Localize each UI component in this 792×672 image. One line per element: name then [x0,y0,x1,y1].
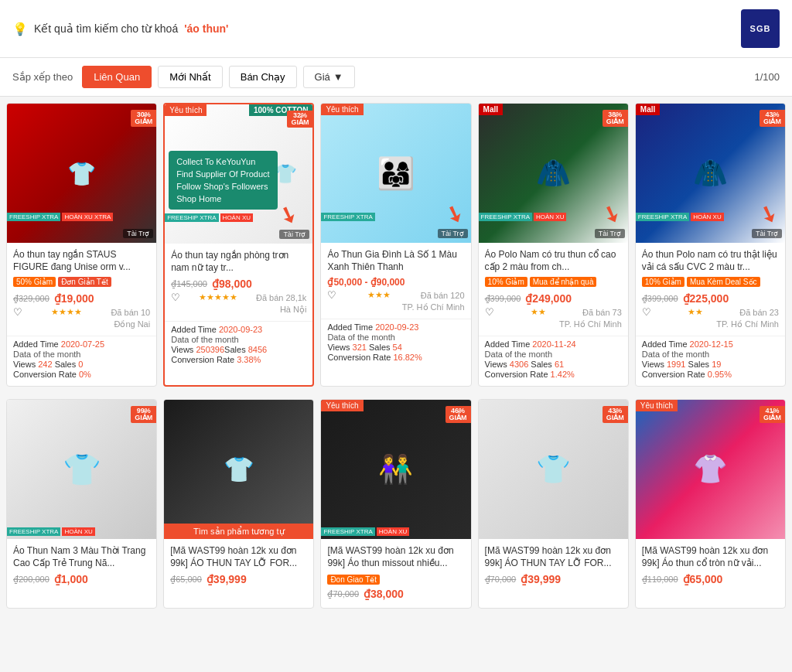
product-name-5: Áo thun Polo nam có tru thật liệu vải cá… [642,249,779,274]
products-grid-row2: 👕 99% GIẢM FREESHIP XTRA HOÀN XU Áo Thun… [0,393,792,615]
product-name-9: [Mã WAST99 hoàn 12k xu đơn 99k] ÁO THUN … [485,545,622,570]
tooltip-find-supplier[interactable]: Find Supplier Of Product [176,168,269,180]
promo-tag-4a: 10% Giảm [485,277,527,287]
price-current-10: ₫65,000 [683,573,723,585]
freeship-badge-4: FREESHIP XTRA [479,213,532,221]
product-card-2[interactable]: 👕👕👕👕👕 Yêu thích 100% COTTON 32% GIẢM FRE… [163,103,314,387]
price-current-2: ₫98,000 [212,278,252,290]
sort-btn-lienquan[interactable]: Liên Quan [82,66,152,88]
sort-bar: Sắp xếp theo Liên Quan Mới Nhất Bán Chạy… [0,58,792,97]
price-row-6: ₫200,000 ₫1,000 [13,573,150,585]
search-icon: 💡 [12,22,28,36]
price-current-9: ₫39,999 [521,573,561,585]
discount-badge-10: 41% GIẢM [760,406,785,423]
stars-sold-4: ♡ ★★ Đã bán 73 [485,306,622,318]
product-card-8[interactable]: 👫 Yêu thích 46% GIẢM FREESHIP XTRA HOÀN … [320,399,471,609]
sponsored-badge-5: Tài Trợ [752,229,782,238]
promo-tag-4b: Mua để nhận quà [530,277,597,287]
product-image-5: 🧥 Mall 43% GIẢM FREESHIP XTRA HOÀN XU Tà… [636,104,785,243]
stars-sold-3: ♡ ★★★ Đã bán 120 [327,289,464,301]
yeu-thich-badge-2: Yêu thích [165,104,207,116]
conv-rate-row-2: Conversion Rate 3.38% [171,355,306,364]
data-section-5: Added Time 2020-12-15 Data of the month … [636,336,785,386]
logo: SGB [741,9,780,48]
promo-tag-1b: Đơn Giản Tết [58,277,111,287]
sort-btn-banchay[interactable]: Bán Chạy [229,66,297,88]
price-original-9: ₫70,000 [485,575,517,585]
conv-rate-row-4: Conversion Rate 1.42% [485,370,622,379]
sort-btn-moinhat[interactable]: Mới Nhất [158,66,223,88]
stars-5: ★★ [688,307,703,317]
logo-text: SGB [750,24,771,33]
promo-tag-5b: Mua Kèm Deal Sốc [687,277,760,287]
hoan-xu-badge-2: HOÀN XU [220,213,253,222]
tooltip-shop-home[interactable]: Shop Home [176,193,269,205]
added-time-row-4: Added Time 2020-11-24 [485,339,622,349]
product-image-10: 👚 Yêu thích 41% GIẢM [636,400,785,539]
yeu-thich-badge-3: Yêu thích [321,104,363,115]
wishlist-icon-2[interactable]: ♡ [171,292,180,303]
added-time-row-5: Added Time 2020-12-15 [642,339,779,349]
tooltip-follow-shop[interactable]: Follow Shop's Followers [176,180,269,193]
product-name-3: Áo Thun Gia Đình Là Số 1 Màu Xanh Thiên … [327,249,464,274]
product-image-3: 👨‍👩‍👧 Yêu thích FREESHIP XTRA Tài Trợ ➘ [321,104,470,243]
product-image-7: 👕 Tìm sản phẩm tương tự [164,400,313,539]
product-info-7: [Mã WAST99 hoàn 12k xu đơn 99k] ÁO THUN … [164,539,313,593]
product-info-10: [Mã WAST99 hoàn 12k xu đơn 99k] Áo thun … [636,539,785,593]
hoan-xu-badge-1: HOÀN XU XTRA [62,213,113,221]
stars-sold-2: ♡ ★★★★★ Đã bán 28,1k [171,292,306,303]
product-image-1: 👕 30% GIẢM FREESHIP XTRA HOÀN XU XTRA Tà… [7,104,156,243]
price-original-4: ₫399,000 [485,294,521,304]
views-sales-row-3: Views 321 Sales 54 [327,343,464,352]
product-info-8: [Mã WAST99 hoàn 12k xu đơn 99k] Áo thun … [321,539,470,608]
product-card-10[interactable]: 👚 Yêu thích 41% GIẢM [Mã WAST99 hoàn 12k… [635,399,786,609]
data-section-3: Added Time 2020-09-23 Data of the month … [321,319,470,369]
discount-badge-6: 99% GIẢM [131,406,156,423]
added-time-row-3: Added Time 2020-09-23 [327,322,464,332]
arrow-icon-3: ➘ [442,200,467,230]
wishlist-icon-3[interactable]: ♡ [327,289,336,301]
price-row-8: ₫70,000 ₫38,000 [327,588,464,600]
wishlist-icon-5[interactable]: ♡ [642,306,651,318]
product-name-10: [Mã WAST99 hoàn 12k xu đơn 99k] Áo thun … [642,545,779,570]
price-current-4: ₫249,000 [525,292,572,305]
product-card-3[interactable]: 👨‍👩‍👧 Yêu thích FREESHIP XTRA Tài Trợ ➘ … [320,103,471,387]
search-keyword: 'áo thun' [184,22,228,35]
sponsored-badge-4: Tài Trợ [595,229,625,238]
promo-tag-1a: 50% Giảm [13,277,56,287]
product-card-9[interactable]: 👕 43% GIẢM [Mã WAST99 hoàn 12k xu đơn 99… [478,399,629,609]
price-row-1: ₫329,000 ₫19,000 [13,292,150,305]
product-card-4[interactable]: 🧥 Mall 38% GIẢM FREESHIP XTRA HOÀN XU Tà… [478,103,629,387]
product-card-7[interactable]: 👕 Tìm sản phẩm tương tự [Mã WAST99 hoàn … [163,399,314,609]
product-info-2: Áo thun tay ngắn phòng trơn nam nữ tay t… [165,244,312,321]
discount-badge-8: 46% GIẢM [446,406,471,423]
data-month-row-5: Data of the month [642,350,779,359]
price-row-2: ₫145,000 ₫98,000 [171,278,306,290]
sold-3: Đã bán 120 [421,291,465,300]
discount-badge-9: 43% GIẢM [603,406,628,423]
discount-badge-4: 38% GIẢM [603,110,628,127]
stars-sold-5: ♡ ★★ Đã bán 23 [642,306,779,318]
product-card-5[interactable]: 🧥 Mall 43% GIẢM FREESHIP XTRA HOÀN XU Tà… [635,103,786,387]
views-sales-row-1: Views 242 Sales 0 [13,360,150,369]
stars-1: ★★★★ [51,307,82,317]
wishlist-icon-1[interactable]: ♡ [13,306,22,318]
price-row-7: ₫65,000 ₫39,999 [170,573,307,585]
tooltip-collect[interactable]: Collect To KeYouYun [176,155,269,168]
data-month-row-3: Data of the month [327,333,464,342]
price-row-4: ₫399,000 ₫249,000 [485,292,622,305]
find-similar-btn-7[interactable]: Tìm sản phẩm tương tự [164,524,313,539]
sort-dropdown-gia[interactable]: Giá ▼ [303,66,355,88]
freeship-badge-2: FREESHIP XTRA [165,213,218,222]
product-card-6[interactable]: 👕 99% GIẢM FREESHIP XTRA HOÀN XU Áo Thun… [6,399,157,609]
wishlist-icon-4[interactable]: ♡ [485,306,494,318]
stars-2: ★★★★★ [199,292,237,302]
product-card-1[interactable]: 👕 30% GIẢM FREESHIP XTRA HOÀN XU XTRA Tà… [6,103,157,387]
sponsored-badge-1: Tài Trợ [123,229,153,238]
hoan-xu-badge-4: HOÀN XU [534,213,566,221]
arrow-icon-5: ➘ [756,200,781,230]
location-4: TP. Hồ Chí Minh [485,319,622,329]
yeu-thich-badge-10: Yêu thích [636,400,678,411]
discount-badge-5: 43% GIẢM [760,110,785,127]
stars-sold-1: ♡ ★★★★ Đã bán 10 [13,306,150,318]
